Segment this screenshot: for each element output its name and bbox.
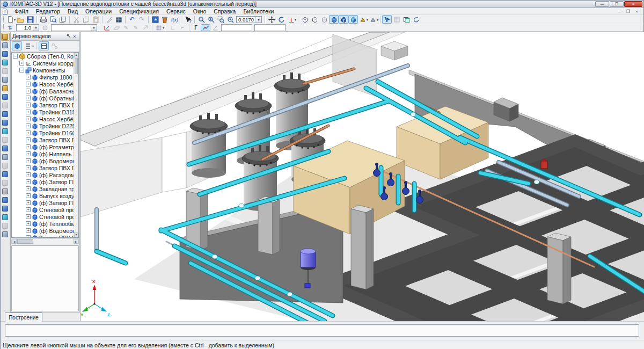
snaps-button[interactable]: [201, 24, 210, 31]
child-close-button[interactable]: ×: [633, 9, 640, 14]
compact-panel-button[interactable]: [1, 50, 10, 58]
delete-button[interactable]: [160, 15, 170, 24]
tree-item[interactable]: Стеновой проход: [12, 206, 74, 213]
expand-icon[interactable]: [26, 137, 31, 142]
tree-item-components[interactable]: Компоненты: [12, 67, 74, 74]
menu-service[interactable]: Сервис: [163, 8, 189, 15]
object-help-button[interactable]: ?: [183, 15, 193, 24]
undo-button[interactable]: ↶: [127, 15, 137, 24]
copy-properties-button[interactable]: [104, 15, 114, 24]
copy-button[interactable]: [81, 15, 91, 24]
document-icon[interactable]: [2, 9, 8, 14]
compact-panel-button[interactable]: [1, 93, 10, 101]
panel-close-icon[interactable]: ×: [71, 34, 78, 39]
image-quality-caret[interactable]: ▾: [377, 18, 378, 21]
compact-panel-button[interactable]: [1, 119, 10, 127]
current-step-combobox[interactable]: 1.0▾: [16, 24, 39, 31]
compact-panel-button[interactable]: [1, 127, 10, 135]
model-document-button[interactable]: [150, 15, 160, 24]
tree-item[interactable]: Насос Хербёрнер: [12, 81, 74, 88]
relations-button[interactable]: [49, 41, 60, 50]
menu-window[interactable]: Окно: [189, 8, 210, 15]
compact-panel-button[interactable]: [1, 170, 10, 178]
expand-icon[interactable]: [26, 123, 31, 128]
tab-construction[interactable]: Построение: [5, 312, 42, 322]
insert-object-button[interactable]: [114, 15, 123, 24]
menu-help[interactable]: Справка: [210, 8, 239, 15]
expand-icon[interactable]: [26, 186, 31, 191]
tree-item[interactable]: (ф) Затвор ПВХ D: [12, 178, 74, 185]
tree-item[interactable]: Стеновой проход: [12, 213, 74, 220]
expand-icon[interactable]: [26, 214, 31, 219]
compact-panel-button[interactable]: [1, 162, 10, 170]
print-button[interactable]: [39, 15, 48, 24]
tree-item[interactable]: (ф) Затвор ПВХ D: [12, 199, 74, 206]
restore-button[interactable]: ❐: [610, 1, 624, 7]
property-bar-field[interactable]: [5, 324, 639, 337]
scrollbar-thumb[interactable]: [75, 58, 78, 74]
expand-icon[interactable]: [26, 158, 31, 163]
expand-icon[interactable]: [26, 228, 31, 233]
menu-operations[interactable]: Операции: [82, 8, 115, 15]
compact-panel-button[interactable]: [1, 179, 10, 187]
tree-item[interactable]: (ф) Ниппель 32-2: [12, 150, 74, 157]
compact-panel-button[interactable]: [1, 41, 10, 49]
variables-button[interactable]: f(x): [170, 15, 179, 24]
expand-icon[interactable]: [26, 193, 31, 198]
expand-icon[interactable]: [26, 75, 31, 79]
tree-structure-button[interactable]: [12, 41, 22, 50]
expand-icon[interactable]: [26, 179, 31, 184]
current-scale-combobox[interactable]: 0.0170▾: [236, 16, 262, 23]
expand-icon[interactable]: [26, 96, 31, 100]
compact-panel-button[interactable]: [1, 76, 10, 84]
compact-panel-button[interactable]: [1, 213, 10, 221]
tree-item[interactable]: Тройник D225 (x4: [12, 122, 74, 129]
child-restore-button[interactable]: ❐: [625, 9, 632, 14]
scroll-left-icon[interactable]: ◀: [12, 239, 17, 244]
shaded-button[interactable]: [329, 15, 339, 24]
zoom-button[interactable]: [196, 15, 206, 24]
expand-icon[interactable]: [19, 68, 24, 72]
shaded-with-edges-button[interactable]: [339, 15, 348, 24]
zoom-all-button[interactable]: [225, 15, 235, 24]
expand-icon[interactable]: [26, 207, 31, 212]
scroll-down-icon[interactable]: ▼: [74, 232, 78, 237]
expand-icon[interactable]: [19, 61, 24, 66]
settings-button[interactable]: [40, 24, 50, 31]
tree-item[interactable]: (ф) Балансный ре: [12, 88, 74, 94]
hidden-lines-dim-button[interactable]: [319, 15, 329, 24]
tree-item[interactable]: Закладная труба: [12, 185, 74, 192]
compact-panel-button[interactable]: [1, 187, 10, 195]
coordinate-y-field[interactable]: [254, 24, 286, 31]
compact-panel-button[interactable]: [1, 153, 10, 161]
tree-item-coordinate-systems[interactable]: Системы координат: [12, 60, 74, 67]
pan-button[interactable]: [267, 15, 276, 24]
compact-panel-button[interactable]: [1, 205, 10, 213]
minimize-button[interactable]: —: [595, 1, 609, 7]
toolbar-handle[interactable]: [2, 16, 4, 23]
wireframe-button[interactable]: [300, 15, 310, 24]
redo-button[interactable]: ↷: [137, 15, 147, 24]
tree-item[interactable]: Затвор ПВХ D225: [12, 101, 74, 108]
tree-item[interactable]: Фильтр 1800 мм. -: [12, 74, 74, 81]
tree-item[interactable]: (ф) Водомерный: [12, 227, 74, 234]
compact-panel-button[interactable]: [1, 110, 10, 118]
named-view-combobox[interactable]: ▾: [51, 24, 97, 31]
expand-icon[interactable]: [26, 117, 31, 121]
expand-icon[interactable]: [26, 172, 31, 177]
menu-view[interactable]: Вид: [64, 8, 82, 15]
refresh-image-button[interactable]: [401, 15, 411, 24]
local-csys-button[interactable]: ∟: [168, 24, 178, 31]
selection-filter-button[interactable]: [382, 15, 392, 24]
compact-panel-button[interactable]: [1, 59, 10, 67]
expand-icon[interactable]: [26, 130, 31, 135]
tree-item-assembly[interactable]: Сборка (Тел-0, Компонен: [12, 53, 74, 60]
additional-window-button[interactable]: [39, 41, 49, 50]
expand-icon[interactable]: [26, 110, 31, 114]
open-document-button[interactable]: [16, 15, 25, 24]
tree-item[interactable]: (ф) Ротаметр Сер: [12, 143, 74, 150]
expand-icon[interactable]: [26, 235, 31, 237]
tree-composition-button[interactable]: [23, 41, 33, 50]
compact-panel-button[interactable]: [1, 196, 10, 204]
compact-panel-button[interactable]: [1, 33, 10, 41]
